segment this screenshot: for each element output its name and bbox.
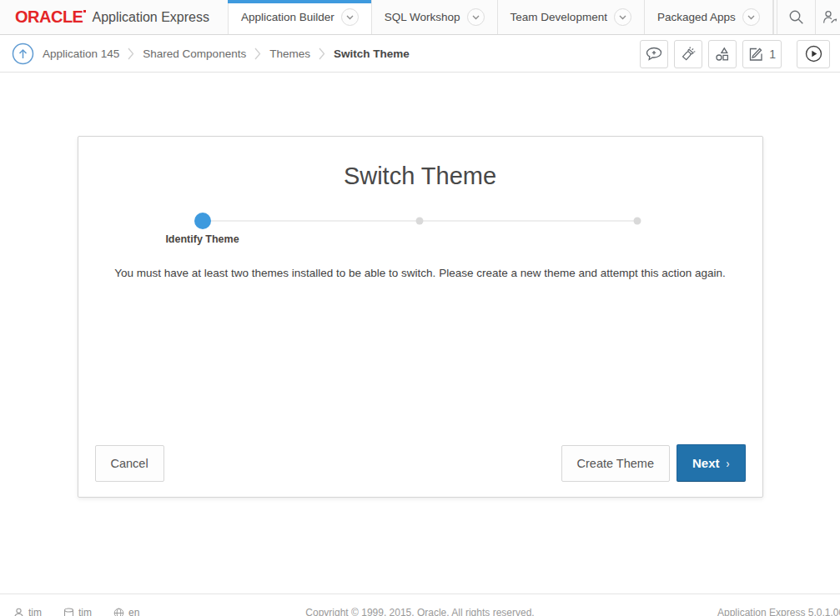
shared-components-button[interactable] <box>708 40 737 68</box>
edit-page-button[interactable]: 1 <box>742 40 782 68</box>
page-body: Switch Theme Identify Theme You must hav… <box>0 73 840 593</box>
oracle-logo[interactable]: ORACLE Application Express <box>0 0 228 34</box>
run-application-button[interactable] <box>797 40 830 68</box>
step-dot-todo <box>633 218 641 225</box>
tab-team-development[interactable]: Team Development <box>497 0 644 34</box>
version-text: Application Express 5.0.1.00.06 <box>717 607 840 616</box>
current-step-label: Identify Theme <box>165 233 239 245</box>
tab-label: Team Development <box>511 11 607 23</box>
footer-schema: tim <box>63 607 92 616</box>
footer-language-code: en <box>128 607 139 616</box>
shapes-icon <box>714 46 731 63</box>
tab-label: Application Builder <box>241 11 334 23</box>
wizard-progress: Identify Theme <box>203 213 637 229</box>
cancel-button[interactable]: Cancel <box>95 445 164 482</box>
chevron-down-icon[interactable] <box>467 8 485 26</box>
wizard-message: You must have at least two themes instal… <box>78 267 762 279</box>
oracle-trademark-mark <box>83 10 86 13</box>
breadcrumb-item-application-145[interactable]: Application 145 <box>43 48 119 60</box>
step-dot-todo <box>416 218 424 225</box>
page-title: Switch Theme <box>78 137 762 190</box>
page-toolbar: 1 <box>634 40 830 68</box>
footer-session-info: tim tim en <box>13 607 139 616</box>
step-dot-current <box>194 213 211 229</box>
admin-wrench-user-icon <box>822 9 838 26</box>
page-number: 1 <box>769 48 776 61</box>
tab-label: Packaged Apps <box>657 11 736 23</box>
tab-label: SQL Workshop <box>385 11 460 23</box>
globe-icon <box>113 608 124 616</box>
database-icon <box>63 608 74 616</box>
product-name: Application Express <box>92 10 209 25</box>
breadcrumb-chevron-icon <box>254 48 261 60</box>
chevron-down-icon[interactable] <box>742 8 760 26</box>
breadcrumb-item-themes[interactable]: Themes <box>269 48 310 60</box>
tab-sql-workshop[interactable]: SQL Workshop <box>371 0 497 34</box>
edit-icon <box>748 46 764 62</box>
copyright-text: Copyright © 1999, 2015, Oracle. All righ… <box>305 607 534 616</box>
search-icon <box>788 9 804 25</box>
breadcrumb-chevron-icon <box>319 48 325 60</box>
comment-plus-icon <box>646 47 662 62</box>
switch-theme-wizard-card: Switch Theme Identify Theme You must hav… <box>78 136 763 498</box>
chevron-right-icon: › <box>727 456 730 471</box>
administration-menu-button[interactable] <box>815 0 840 34</box>
breadcrumb-chevron-icon <box>128 48 134 60</box>
feedback-button[interactable] <box>640 40 668 68</box>
tab-packaged-apps[interactable]: Packaged Apps <box>644 0 773 34</box>
next-button[interactable]: Next › <box>677 444 746 482</box>
chevron-down-icon[interactable] <box>614 8 631 26</box>
play-icon <box>805 45 822 63</box>
page-footer: tim tim en Copyright © 1999, 2015, Orac <box>0 593 840 616</box>
find-button[interactable] <box>674 40 702 68</box>
user-icon <box>13 608 24 616</box>
footer-schema-name: tim <box>78 607 92 616</box>
tab-application-builder[interactable]: Application Builder <box>228 0 371 34</box>
footer-user-name: tim <box>28 607 42 616</box>
breadcrumb-item-shared-components[interactable]: Shared Components <box>143 48 246 60</box>
breadcrumb-bar: Application 145 Shared Components Themes… <box>0 36 840 73</box>
primary-tabs: Application Builder SQL Workshop Team De… <box>228 0 773 34</box>
search-button[interactable] <box>777 0 815 34</box>
top-navigation-bar: ORACLE Application Express Application B… <box>0 0 840 35</box>
chevron-down-icon[interactable] <box>341 8 359 26</box>
create-theme-button[interactable]: Create Theme <box>561 445 670 482</box>
topbar-utility-icons: ? <box>773 0 840 34</box>
wizard-button-bar: Cancel Create Theme Next › <box>95 444 746 482</box>
footer-user: tim <box>13 607 42 616</box>
flashlight-icon <box>680 46 697 63</box>
next-button-label: Next <box>692 456 720 470</box>
oracle-wordmark: ORACLE <box>15 8 83 27</box>
footer-language: en <box>113 607 139 616</box>
breadcrumb-item-switch-theme: Switch Theme <box>334 48 410 60</box>
up-level-button[interactable] <box>12 43 34 65</box>
